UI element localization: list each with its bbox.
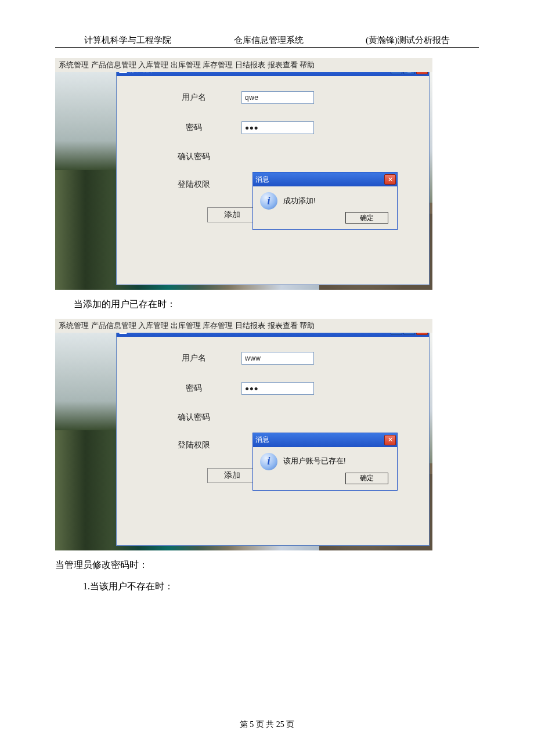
info-icon: i bbox=[260, 453, 277, 470]
close-button[interactable]: ✕ bbox=[416, 333, 428, 335]
permission-label: 登陆权限 bbox=[146, 440, 241, 451]
message-text: 成功添加! bbox=[283, 196, 315, 206]
paragraph-admin-change-pw: 当管理员修改密码时： bbox=[55, 557, 479, 573]
app-menubar: 系统管理 产品信息管理 入库管理 出库管理 库存管理 日结报表 报表查看 帮助 bbox=[55, 58, 432, 72]
message-titlebar: 消息 ✕ bbox=[253, 433, 397, 447]
java-icon bbox=[119, 72, 127, 73]
maximize-button[interactable]: ▢ bbox=[403, 333, 415, 335]
dialog-title: 添加用户 bbox=[129, 72, 391, 74]
message-close-button[interactable]: ✕ bbox=[384, 435, 396, 445]
header-right: (黄瀚锋)测试分析报告 bbox=[366, 35, 450, 46]
message-dialog: 消息 ✕ i 该用户账号已存在! 确定 bbox=[252, 433, 398, 491]
password-input[interactable]: ●●● bbox=[241, 382, 314, 395]
minimize-button[interactable]: ━ bbox=[391, 333, 402, 335]
page-header: 计算机科学与工程学院 仓库信息管理系统 (黄瀚锋)测试分析报告 bbox=[55, 35, 479, 48]
dialog-titlebar: 添加用户 ━ ▢ ✕ bbox=[117, 72, 429, 76]
header-center: 仓库信息管理系统 bbox=[234, 35, 304, 46]
screenshot-2: 系统管理 产品信息管理 入库管理 出库管理 库存管理 日结报表 报表查看 帮助 … bbox=[55, 319, 432, 550]
dialog-titlebar: 添加用户 ━ ▢ ✕ bbox=[117, 333, 429, 337]
message-title: 消息 bbox=[255, 435, 384, 445]
maximize-button[interactable]: ▢ bbox=[403, 72, 415, 74]
screenshot-1: 系统管理 产品信息管理 入库管理 出库管理 库存管理 日结报表 报表查看 帮助 … bbox=[55, 58, 432, 290]
password-input[interactable]: ●●● bbox=[241, 121, 314, 134]
minimize-button[interactable]: ━ bbox=[391, 72, 402, 74]
add-button[interactable]: 添加 bbox=[207, 468, 257, 483]
app-menubar: 系统管理 产品信息管理 入库管理 出库管理 库存管理 日结报表 报表查看 帮助 bbox=[55, 319, 432, 333]
message-dialog: 消息 ✕ i 成功添加! 确定 bbox=[252, 172, 398, 230]
add-button[interactable]: 添加 bbox=[207, 207, 257, 222]
confirm-password-label: 确认密码 bbox=[146, 152, 241, 162]
java-icon bbox=[119, 333, 127, 334]
username-input[interactable]: www bbox=[241, 352, 314, 365]
desktop-background: 添加用户 ━ ▢ ✕ 用户名 qwe 密码 ●●● bbox=[55, 72, 432, 290]
desktop-background: 添加用户 ━ ▢ ✕ 用户名 www 密码 ●●● bbox=[55, 333, 432, 550]
username-label: 用户名 bbox=[146, 353, 241, 363]
message-titlebar: 消息 ✕ bbox=[253, 172, 397, 186]
message-ok-button[interactable]: 确定 bbox=[345, 473, 388, 484]
paragraph-user-exists: 当添加的用户已存在时： bbox=[55, 297, 479, 312]
message-close-button[interactable]: ✕ bbox=[384, 174, 396, 185]
permission-label: 登陆权限 bbox=[146, 179, 241, 190]
dialog-title: 添加用户 bbox=[129, 333, 391, 335]
message-text: 该用户账号已存在! bbox=[283, 456, 345, 466]
username-label: 用户名 bbox=[146, 92, 241, 103]
password-label: 密码 bbox=[146, 123, 241, 133]
page-footer: 第 5 页 共 25 页 bbox=[0, 719, 534, 730]
info-icon: i bbox=[260, 192, 277, 210]
paragraph-user-not-exist: 1.当该用户不存在时： bbox=[55, 579, 479, 594]
confirm-password-label: 确认密码 bbox=[146, 412, 241, 423]
close-button[interactable]: ✕ bbox=[416, 72, 428, 74]
password-label: 密码 bbox=[146, 383, 241, 394]
message-ok-button[interactable]: 确定 bbox=[345, 212, 388, 224]
message-title: 消息 bbox=[255, 175, 384, 185]
header-left: 计算机科学与工程学院 bbox=[84, 35, 171, 46]
username-input[interactable]: qwe bbox=[241, 91, 314, 104]
